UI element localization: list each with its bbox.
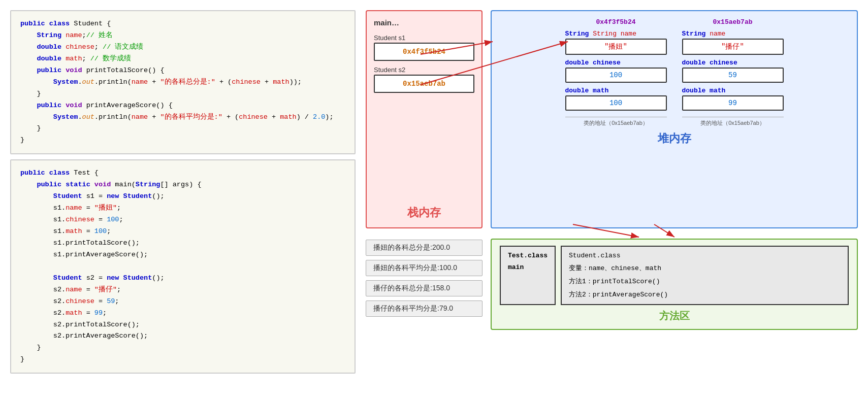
- stack-title: main…: [374, 18, 399, 27]
- student-method1: 方法1：printTotalScore(): [569, 277, 841, 286]
- stack-s1: Student s1 0x4f3f5b24: [374, 34, 474, 61]
- heap-memory: 0x4f3f5b24 String String name "播妞" doubl…: [491, 10, 858, 228]
- test-class-code: public class Test { public static void m…: [10, 159, 356, 374]
- student-vars: 变量：name、chinese、math: [569, 263, 841, 273]
- method-area-label: 方法区: [500, 309, 849, 323]
- test-main: main: [508, 263, 548, 271]
- middle-section: main… Student s1 0x4f3f5b24 Student s2 0…: [366, 10, 483, 317]
- stack-s2: Student s2 0x15aeb7ab: [374, 66, 474, 93]
- obj2-addr: 0x15aeb7ab: [682, 18, 784, 26]
- obj2-math-value: 99: [682, 95, 784, 111]
- heap-objects-row: 0x4f3f5b24 String String name "播妞" doubl…: [500, 18, 849, 127]
- student-method2: 方法2：printAverageScore(): [569, 290, 841, 299]
- output-line-2: 播妞的各科平均分是:100.0: [366, 260, 483, 276]
- obj2-chinese-value: 59: [682, 68, 784, 83]
- heap-label: 堆内存: [500, 131, 849, 146]
- method-area-inner: Test.class main Student.class 变量：name、ch…: [500, 246, 849, 305]
- obj2-name-value: "播仔": [682, 39, 784, 55]
- obj1-chinese-label: double chinese: [565, 59, 621, 66]
- output-line-4: 播仔的各科平均分是:79.0: [366, 301, 483, 317]
- s1-label: Student s1: [374, 34, 474, 42]
- obj1-math-label: double math: [565, 87, 609, 94]
- s1-value: 0x4f3f5b24: [374, 43, 474, 61]
- obj2-chinese-field: double chinese 59: [682, 59, 784, 83]
- method-area: Test.class main Student.class 变量：name、ch…: [491, 239, 858, 330]
- output-line-1: 播妞的各科总分是:200.0: [366, 240, 483, 256]
- student-class-code: public class Student { String name;// 姓名…: [10, 10, 356, 154]
- student-class-box: Student.class 变量：name、chinese、math 方法1：p…: [561, 246, 849, 305]
- obj2-math-label: double math: [682, 87, 726, 94]
- output-line-3: 播仔的各科总分是:158.0: [366, 280, 483, 296]
- obj1-ref: 类的地址（0x15aeb7ab）: [565, 117, 667, 127]
- obj2-ref: 类的地址（0x15aeb7ab）: [682, 117, 784, 127]
- stack-label: 栈内存: [407, 200, 441, 220]
- student-class-name: Student.class: [569, 252, 841, 259]
- obj1-math-field: double math 100: [565, 87, 667, 111]
- code-panel: public class Student { String name;// 姓名…: [10, 10, 356, 374]
- s2-label: Student s2: [374, 66, 474, 74]
- heap-obj1: 0x4f3f5b24 String String name "播妞" doubl…: [565, 18, 667, 127]
- obj2-name-field: String name "播仔": [682, 30, 784, 55]
- heap-obj2: 0x15aeb7ab String name "播仔" double chine…: [682, 18, 784, 127]
- obj1-name-label: String name: [593, 30, 636, 38]
- obj1-name-field: String String name "播妞": [565, 30, 667, 55]
- test-class-box: Test.class main: [500, 246, 556, 305]
- obj2-name-label: name: [710, 30, 725, 38]
- obj2-math-field: double math 99: [682, 87, 784, 111]
- output-section: 播妞的各科总分是:200.0 播妞的各科平均分是:100.0 播仔的各科总分是:…: [366, 240, 483, 317]
- s2-value: 0x15aeb7ab: [374, 75, 474, 93]
- obj1-addr: 0x4f3f5b24: [565, 18, 667, 26]
- obj1-chinese-value: 100: [565, 68, 667, 83]
- obj1-math-value: 100: [565, 95, 667, 111]
- obj1-name-value: "播妞": [565, 39, 667, 55]
- stack-memory: main… Student s1 0x4f3f5b24 Student s2 0…: [366, 10, 483, 228]
- obj2-chinese-label: double chinese: [682, 59, 737, 66]
- diagram-panel: main… Student s1 0x4f3f5b24 Student s2 0…: [366, 10, 858, 390]
- obj1-chinese-field: double chinese 100: [565, 59, 667, 83]
- test-class-name: Test.class: [508, 252, 548, 259]
